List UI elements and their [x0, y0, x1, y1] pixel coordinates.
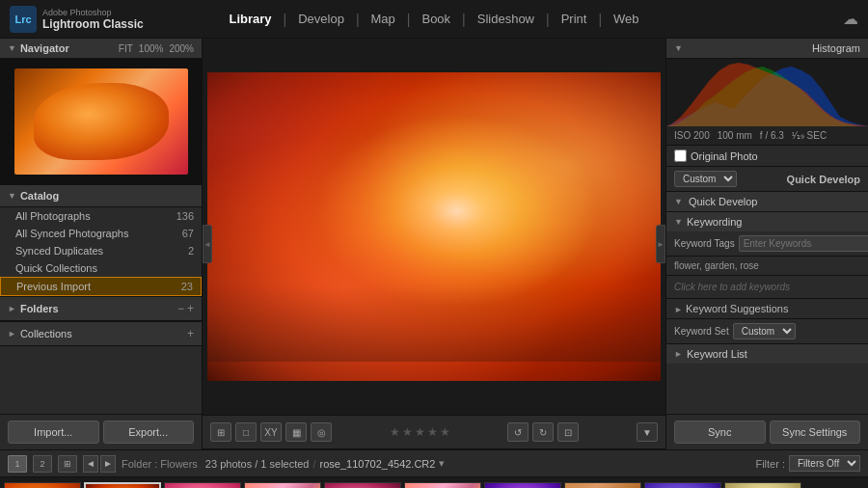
original-photo-checkbox[interactable] [674, 149, 687, 162]
nav-prev[interactable]: ◄ [83, 455, 98, 473]
star-rating-group: ★ ★ ★ ★ ★ [390, 425, 450, 439]
folders-minus[interactable]: − [177, 302, 184, 315]
filmstrip-thumb-1[interactable]: ⊡ ○ [4, 482, 81, 489]
quick-develop-header-row[interactable]: ▼ Quick Develop [666, 192, 868, 211]
collections-plus[interactable]: + [187, 327, 194, 340]
filmstrip-thumb-9[interactable] [644, 482, 721, 489]
nav-item-map[interactable]: Map [362, 8, 405, 30]
filmstrip-thumb-3[interactable] [164, 482, 241, 489]
zoom-100[interactable]: 100% [139, 43, 164, 54]
collections-header[interactable]: ► Collections + [0, 321, 202, 346]
star-2[interactable]: ★ [402, 425, 413, 439]
right-panel-toggle[interactable]: ► [656, 225, 665, 263]
app-name-area: Adobe Photoshop Lightroom Classic [42, 8, 144, 31]
right-panel: ▼ Histogram ISO 200 100 mm f / 6.3 ¹⁄₁₉ … [665, 39, 868, 449]
folders-header[interactable]: ► Folders − + [0, 296, 202, 321]
file-name[interactable]: rose_110702_4542.CR2 [320, 458, 436, 470]
view-btn-grid[interactable]: 1 [8, 455, 27, 473]
nav-item-slideshow[interactable]: Slideshow [468, 8, 544, 30]
zoom-200[interactable]: 200% [169, 43, 194, 54]
compare-view-btn[interactable]: XY [260, 422, 282, 442]
filmstrip-thumb-2[interactable]: ⊡ ○ [84, 482, 161, 489]
catalog-header[interactable]: ▼ Catalog [0, 184, 202, 207]
iso-value: ISO 200 [674, 130, 710, 141]
filmstrip-toggle[interactable]: ▼ [637, 422, 658, 442]
flag-tool[interactable]: ⊡ [557, 422, 579, 442]
bottom-toolbar: 1 2 ⊞ ◄ ► Folder : Flowers 23 photos / 1… [0, 449, 868, 476]
catalog-all-photos[interactable]: All Photographs 136 [0, 207, 202, 225]
keyword-tags-label: Keyword Tags [674, 238, 735, 249]
file-dropdown-icon[interactable]: ▾ [439, 457, 445, 470]
navigator-preview [0, 59, 202, 184]
filmstrip-thumb-5[interactable] [324, 482, 401, 489]
export-button[interactable]: Export... [103, 420, 195, 444]
filmstrip-thumb-4[interactable] [244, 482, 321, 489]
keyword-values: flower, garden, rose [666, 257, 868, 276]
top-bar: Lrc Adobe Photoshop Lightroom Classic Li… [0, 0, 868, 39]
people-view-btn[interactable]: ◎ [311, 422, 332, 442]
keyword-input[interactable] [739, 235, 868, 252]
cloud-icon[interactable]: ☁ [843, 10, 858, 28]
nav-item-web[interactable]: Web [604, 8, 649, 30]
navigator-zoom: FIT 100% 200% [119, 43, 194, 54]
sync-button[interactable]: Sync [674, 420, 766, 444]
loupe-view-btn[interactable]: □ [235, 422, 257, 442]
nav-sep-4: | [462, 12, 466, 27]
keyword-set-label: Keyword Set [674, 326, 729, 337]
catalog-quick-collections[interactable]: Quick Collections [0, 259, 202, 277]
filmstrip-thumb-6[interactable] [404, 482, 481, 489]
import-button[interactable]: Import... [8, 420, 99, 444]
aperture-value: f / 6.3 [760, 130, 784, 141]
folder-label: Folder : Flowers [122, 458, 198, 470]
left-panel-toggle[interactable]: ◄ [203, 225, 212, 263]
navigator-header[interactable]: ▼ Navigator FIT 100% 200% [0, 39, 202, 59]
nav-item-develop[interactable]: Develop [288, 8, 354, 30]
keyword-suggestions-row[interactable]: ► Keyword Suggestions [666, 299, 868, 319]
quick-develop-header: ▼ Quick Develop [674, 196, 757, 207]
view-btn-grid2[interactable]: ⊞ [58, 455, 77, 473]
preset-select[interactable]: Custom [674, 171, 737, 187]
keyword-list-label: Keyword List [687, 348, 747, 360]
star-3[interactable]: ★ [415, 425, 425, 439]
filter-select[interactable]: Filters Off [789, 455, 860, 472]
survey-view-btn[interactable]: ▦ [285, 422, 307, 442]
quick-develop-arrow: ▼ [674, 197, 683, 206]
catalog-title: ▼ Catalog [8, 190, 59, 202]
catalog-synced-label: All Synced Photographs [15, 228, 128, 239]
quick-develop-label: Quick Develop [741, 174, 860, 185]
keyword-list-header[interactable]: ► Keyword List [666, 344, 868, 364]
app-logo: Lrc [10, 6, 37, 33]
rotate-tool[interactable]: ↺ [507, 422, 529, 442]
histogram-canvas [666, 59, 868, 126]
star-4[interactable]: ★ [427, 425, 438, 439]
star-rating[interactable]: ★ ★ ★ ★ ★ [390, 425, 450, 439]
nav-item-book[interactable]: Book [412, 8, 460, 30]
crop-tool[interactable]: ↻ [532, 422, 554, 442]
filmstrip-thumb-10[interactable] [724, 482, 801, 489]
breadcrumb-slash: / [313, 458, 316, 470]
thumb-image-4 [245, 483, 320, 489]
center-panel: ⊞ □ XY ▦ ◎ ★ ★ ★ ★ ★ ↺ ↻ ⊡ ▼ [203, 39, 665, 449]
sync-settings-button[interactable]: Sync Settings [770, 420, 861, 444]
zoom-fit[interactable]: FIT [119, 43, 133, 54]
keywording-header[interactable]: ▼ Keywording [666, 211, 868, 231]
click-to-add-keywords[interactable]: Click here to add keywords [666, 276, 868, 299]
main-image-area[interactable] [203, 39, 665, 415]
grid-view-btn[interactable]: ⊞ [210, 422, 231, 442]
nav-sep-2: | [356, 12, 360, 27]
catalog-duplicates[interactable]: Synced Duplicates 2 [0, 242, 202, 259]
filmstrip-thumb-8[interactable] [564, 482, 641, 489]
nav-item-library[interactable]: Library [219, 8, 281, 30]
catalog-synced-photos[interactable]: All Synced Photographs 67 [0, 225, 202, 242]
view-btn-2[interactable]: 2 [33, 455, 52, 473]
star-5[interactable]: ★ [440, 425, 450, 439]
thumb-image-3 [165, 483, 240, 489]
histogram-header[interactable]: ▼ Histogram [666, 39, 868, 59]
catalog-previous-import[interactable]: Previous Import 23 [0, 277, 202, 296]
keyword-set-select[interactable]: Custom [733, 323, 796, 339]
nav-item-print[interactable]: Print [552, 8, 597, 30]
filmstrip-thumb-7[interactable] [484, 482, 561, 489]
star-1[interactable]: ★ [390, 425, 400, 439]
folders-plus[interactable]: + [187, 302, 194, 315]
nav-next[interactable]: ► [100, 455, 116, 473]
